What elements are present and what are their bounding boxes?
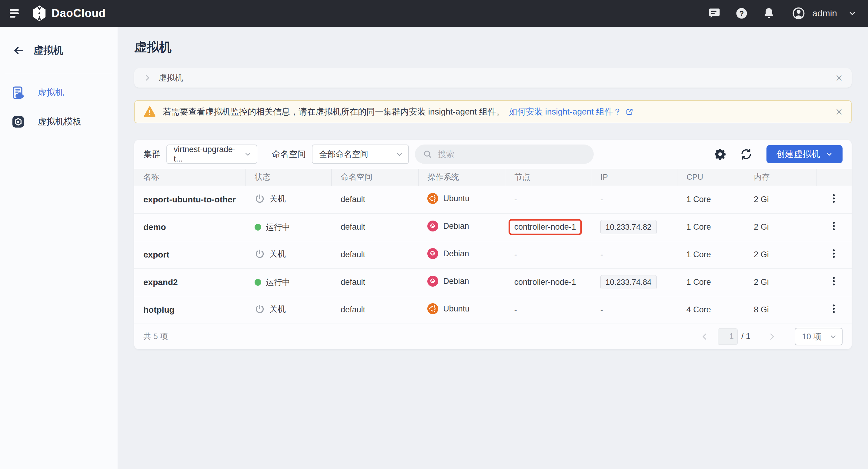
vm-status: 关机 <box>255 193 286 204</box>
vm-memory: 2 Gi <box>754 250 769 259</box>
vm-table: 名称状态命名空间操作系统节点IPCPU内存 export-ubuntu-to-o… <box>134 169 851 324</box>
main-content: 虚拟机 虚拟机 × 若需要查看虚拟机监控的相关信息，请在虚拟机所在的同一集群内安… <box>118 27 868 469</box>
chevron-down-icon <box>244 150 252 158</box>
menu-icon[interactable] <box>10 9 19 18</box>
sidebar: 虚拟机 虚拟机 <box>0 27 118 469</box>
vm-ip: - <box>600 195 603 204</box>
vm-ip: - <box>600 250 603 259</box>
vm-node: controller-node-1 <box>508 219 582 235</box>
close-icon[interactable]: × <box>836 106 842 118</box>
vm-status-label: 运行中 <box>266 222 290 233</box>
namespace-select-value: 全部命名空间 <box>319 149 368 160</box>
vm-status: 关机 <box>255 304 286 314</box>
column-header: 状态 <box>246 169 332 186</box>
kebab-menu-icon[interactable] <box>828 220 840 232</box>
external-link-icon <box>625 107 634 116</box>
chevron-left-icon[interactable] <box>700 332 709 341</box>
ubuntu-icon <box>427 303 438 314</box>
back-arrow-icon[interactable] <box>13 45 24 56</box>
vm-node: - <box>514 195 517 204</box>
vm-cpu: 1 Core <box>686 222 711 231</box>
vm-template-icon <box>11 115 26 129</box>
search-icon <box>423 149 433 159</box>
sidebar-title: 虚拟机 <box>33 43 63 57</box>
kebab-menu-icon[interactable] <box>828 248 840 260</box>
vm-cpu: 4 Core <box>686 305 711 314</box>
vm-node: - <box>514 250 517 259</box>
search-input[interactable] <box>437 149 586 159</box>
brand[interactable]: DaoCloud <box>33 5 106 22</box>
user-name[interactable]: admin <box>812 8 837 19</box>
vm-name[interactable]: hotplug <box>143 305 175 314</box>
vm-status: 运行中 <box>255 277 290 288</box>
svg-text:?: ? <box>740 9 744 18</box>
breadcrumb: 虚拟机 × <box>134 68 851 88</box>
cluster-select[interactable]: virtnest-upgrade-t... <box>166 145 257 164</box>
vm-name[interactable]: export <box>143 250 169 259</box>
power-icon <box>255 249 265 259</box>
gear-icon[interactable] <box>714 148 726 161</box>
sidebar-divider <box>5 73 112 73</box>
vm-os: Ubuntu <box>427 303 469 314</box>
column-header: CPU <box>677 169 745 186</box>
os-label: Ubuntu <box>443 304 469 314</box>
debian-icon <box>427 248 438 259</box>
cluster-select-value: virtnest-upgrade-t... <box>174 145 244 164</box>
vm-ip: 10.233.74.82 <box>600 220 657 234</box>
banner-link-label[interactable]: 如何安装 insight-agent 组件？ <box>509 106 622 118</box>
vm-cpu: 1 Core <box>686 195 711 204</box>
kebab-menu-icon[interactable] <box>828 303 840 315</box>
vm-namespace: default <box>341 305 365 314</box>
vm-name[interactable]: expand2 <box>143 278 178 287</box>
vm-name[interactable]: demo <box>143 222 166 232</box>
table-row[interactable]: export-ubuntu-to-other 关机 default <box>134 186 851 213</box>
page-size-select[interactable]: 10 项 <box>795 328 842 345</box>
ubuntu-icon <box>427 193 438 204</box>
vm-memory: 2 Gi <box>754 222 769 231</box>
sidebar-item-virtual-machines[interactable]: 虚拟机 <box>0 78 118 107</box>
top-bar: DaoCloud ? admin <box>0 0 868 27</box>
os-label: Debian <box>443 249 469 258</box>
chevron-right-icon[interactable] <box>143 74 151 82</box>
vm-name[interactable]: export-ubuntu-to-other <box>143 195 236 204</box>
column-header: 内存 <box>745 169 816 186</box>
namespace-select[interactable]: 全部命名空间 <box>312 145 409 164</box>
vm-node: controller-node-1 <box>514 278 576 287</box>
chevron-right-icon[interactable] <box>767 332 776 341</box>
bell-icon[interactable] <box>763 7 775 20</box>
brand-name: DaoCloud <box>52 7 106 20</box>
column-header-actions <box>816 169 851 186</box>
vm-list-card: 集群 virtnest-upgrade-t... 命名空间 全部命名空间 <box>134 140 851 349</box>
kebab-menu-icon[interactable] <box>828 192 840 205</box>
os-label: Debian <box>443 277 469 286</box>
vm-ip: - <box>600 305 603 314</box>
breadcrumb-label[interactable]: 虚拟机 <box>158 72 183 83</box>
vm-icon <box>11 86 26 100</box>
running-dot-icon <box>255 279 261 286</box>
namespace-label: 命名空间 <box>272 149 306 160</box>
column-header: IP <box>591 169 677 186</box>
power-icon <box>255 304 265 314</box>
os-label: Debian <box>443 221 469 231</box>
banner-text: 若需要查看虚拟机监控的相关信息，请在虚拟机所在的同一集群内安装 insight-… <box>163 106 505 118</box>
help-icon[interactable]: ? <box>735 7 748 20</box>
create-vm-button[interactable]: 创建虚拟机 <box>767 145 842 163</box>
banner-link[interactable]: 如何安装 insight-agent 组件？ <box>509 106 634 118</box>
refresh-icon[interactable] <box>740 148 752 161</box>
brand-logo-icon <box>33 5 46 22</box>
page-number-input[interactable]: 1 <box>718 329 738 345</box>
table-row[interactable]: expand2 运行中 default <box>134 269 851 296</box>
user-avatar-icon[interactable] <box>792 6 806 20</box>
table-row[interactable]: hotplug 关机 default <box>134 296 851 323</box>
sidebar-item-vm-templates[interactable]: 虚拟机模板 <box>0 107 118 136</box>
sidebar-item-label: 虚拟机 <box>38 87 64 99</box>
kebab-menu-icon[interactable] <box>828 275 840 287</box>
chevron-down-icon <box>829 333 837 341</box>
debian-icon <box>427 221 438 231</box>
close-icon[interactable]: × <box>836 72 842 84</box>
table-row[interactable]: export 关机 default <box>134 241 851 269</box>
chevron-down-icon[interactable] <box>848 9 857 18</box>
table-row[interactable]: demo 运行中 default <box>134 213 851 241</box>
table-footer: 共 5 项 1 / 1 10 项 <box>134 324 851 349</box>
message-icon[interactable] <box>708 7 721 20</box>
